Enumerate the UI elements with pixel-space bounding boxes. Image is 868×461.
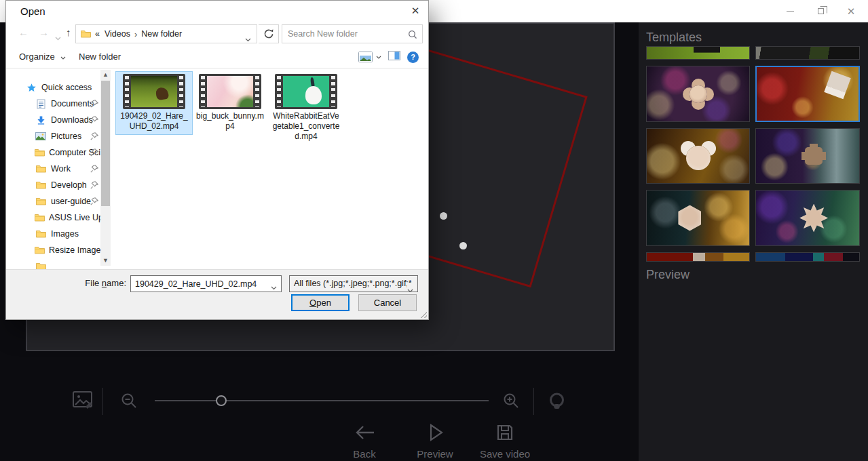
restore-icon <box>818 8 824 14</box>
sidebar-item-computer-sci[interactable]: Computer Sci <box>6 144 100 161</box>
sidebar-item-work[interactable]: Work <box>6 161 100 177</box>
organize-button[interactable]: Organize <box>19 52 66 62</box>
file-item-white-rabbit[interactable]: WhiteRabbitEatVegetable1_converted.mp4 <box>268 72 344 144</box>
sidebar-item-documents[interactable]: Documents <box>6 96 100 112</box>
template-thumbnail[interactable] <box>755 46 860 60</box>
download-arrow-icon <box>35 116 47 125</box>
nav-back-button[interactable]: ← <box>18 26 29 38</box>
dialog-close-button[interactable]: ✕ <box>407 3 424 18</box>
zoom-slider-handle[interactable] <box>216 395 227 406</box>
minimize-button[interactable] <box>779 4 801 18</box>
help-button[interactable]: ? <box>407 52 419 63</box>
control-point-dot[interactable] <box>459 242 467 249</box>
video-thumbnail <box>123 74 185 109</box>
document-icon <box>35 99 47 109</box>
sidebar-item-asus-live-update[interactable]: ASUS Live Updat <box>6 209 100 226</box>
sidebar-label: Documents <box>51 99 94 108</box>
templates-header: Templates <box>646 31 702 45</box>
back-label: Back <box>353 448 375 460</box>
file-type-value: All files (*.jpg;*.jpeg;*.png;*.gif;* <box>294 279 412 288</box>
sidebar-item-quick-access[interactable]: Quick access <box>6 79 100 96</box>
sidebar-item-downloads[interactable]: Downloads <box>6 112 100 128</box>
sidebar-label: Downloads <box>51 115 93 125</box>
template-thumbnail-puzzle[interactable] <box>755 128 860 184</box>
control-point-dot[interactable] <box>440 212 447 220</box>
toolbar-divider <box>102 388 103 415</box>
zoom-out-button[interactable] <box>120 392 138 413</box>
scrollbar-up-icon[interactable]: ▲ <box>100 70 111 80</box>
address-dropdown-chevron-icon[interactable] <box>245 33 251 45</box>
file-name-input[interactable] <box>131 276 265 292</box>
video-thumbnail <box>275 74 337 109</box>
template-thumbnail-flower[interactable] <box>646 66 750 122</box>
refresh-button[interactable] <box>259 24 279 43</box>
file-item-hare[interactable]: 190429_02_Hare_UHD_02.mp4 <box>116 72 192 134</box>
search-input[interactable] <box>288 26 403 42</box>
preview-button[interactable]: Preview <box>404 422 466 460</box>
sidebar-item-images[interactable]: Images <box>6 226 100 242</box>
save-video-label: Save video <box>480 448 530 460</box>
breadcrumb-chevron: › <box>130 29 141 39</box>
close-icon: ✕ <box>847 6 856 16</box>
scrollbar-down-icon[interactable]: ▼ <box>100 256 111 266</box>
close-window-button[interactable]: ✕ <box>840 4 862 18</box>
templates-grid <box>646 46 860 262</box>
template-thumbnail[interactable] <box>755 252 860 262</box>
folder-icon <box>35 181 47 189</box>
back-button[interactable]: Back <box>334 422 395 460</box>
pin-icon <box>90 197 98 207</box>
template-thumbnail-polaroid-selected[interactable] <box>755 66 860 122</box>
sidebar-scrollbar[interactable]: ▲ ▼ <box>100 70 111 266</box>
rotate-button[interactable] <box>546 390 567 414</box>
sidebar-item-pictures[interactable]: Pictures <box>6 128 100 144</box>
nav-up-button[interactable]: ↑ <box>66 26 71 38</box>
sidebar-item-user-guide[interactable]: user-guide <box>6 193 100 209</box>
sidebar-item-resize-images[interactable]: Resize Images <box>6 242 100 258</box>
image-edit-button[interactable] <box>71 388 95 414</box>
template-thumbnail-hexagon[interactable] <box>646 190 750 246</box>
folder-icon <box>81 30 91 38</box>
template-thumbnail[interactable] <box>646 252 750 262</box>
sidebar-label: Developh <box>51 180 87 190</box>
sidebar-label: Work <box>51 164 71 174</box>
template-thumbnail[interactable] <box>646 46 750 60</box>
scrollbar-thumb[interactable] <box>101 81 110 206</box>
template-thumbnail-star[interactable] <box>755 190 860 246</box>
file-type-dropdown[interactable]: All files (*.jpg;*.jpeg;*.png;*.gif;* <box>289 275 418 292</box>
save-video-button[interactable]: Save video <box>474 422 535 460</box>
pin-icon <box>90 116 98 126</box>
organize-chevron-icon <box>60 52 66 62</box>
template-thumbnail-mickey[interactable] <box>646 128 750 184</box>
resize-grip[interactable] <box>419 310 427 318</box>
breadcrumb-videos[interactable]: Videos <box>100 29 130 39</box>
new-folder-button[interactable]: New folder <box>79 52 121 62</box>
file-name: WhiteRabbitEatVegetable1_converted.mp4 <box>271 111 341 142</box>
sidebar-item-developh[interactable]: Developh <box>6 177 100 193</box>
nav-forward-button[interactable]: → <box>39 26 49 38</box>
cancel-button[interactable]: Cancel <box>358 294 417 311</box>
file-name-combobox[interactable] <box>130 275 282 292</box>
file-item-big-buck-bunny[interactable]: big_buck_bunny.mp4 <box>192 72 268 134</box>
breadcrumb-new-folder[interactable]: New folder <box>141 29 182 39</box>
image-icon <box>71 388 95 412</box>
open-button[interactable]: Open <box>291 294 350 311</box>
view-thumbnails-button[interactable] <box>358 52 381 62</box>
sidebar-label: Quick access <box>41 83 92 92</box>
restore-button[interactable] <box>810 4 831 18</box>
address-bar[interactable]: « Videos › New folder <box>75 24 257 43</box>
toolbar-divider <box>533 388 534 415</box>
search-box <box>282 24 423 43</box>
zoom-in-button[interactable] <box>502 392 521 413</box>
file-list: 190429_02_Hare_UHD_02.mp4 big_buck_bunny… <box>116 72 344 144</box>
sidebar-label: user-guide <box>51 197 91 206</box>
pin-icon <box>90 181 98 191</box>
play-icon <box>404 422 466 445</box>
nav-history-chevron-icon[interactable] <box>55 31 61 43</box>
preview-pane-button[interactable] <box>388 51 400 63</box>
screen: ✕ Templates Preview <box>0 0 868 461</box>
back-arrow-icon <box>334 422 395 445</box>
search-icon[interactable] <box>408 30 417 42</box>
zoom-slider-track[interactable] <box>155 400 489 401</box>
preview-label: Preview <box>417 448 453 460</box>
filename-chevron-icon[interactable] <box>271 283 277 292</box>
